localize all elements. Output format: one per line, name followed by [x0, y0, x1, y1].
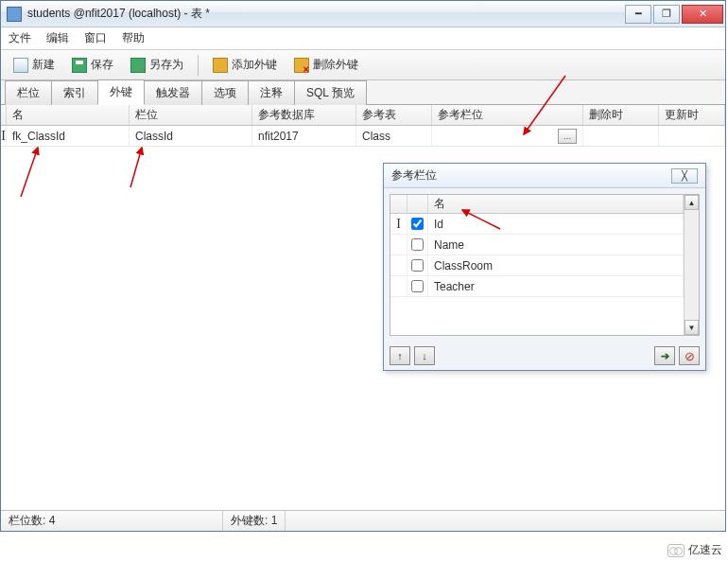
popup-body: 名 IIdNameClassRoomTeacher ▲ ▼: [384, 188, 705, 342]
save-icon: [72, 58, 87, 73]
menubar: 文件 编辑 窗口 帮助: [1, 27, 725, 50]
menu-edit[interactable]: 编辑: [46, 30, 69, 46]
col-refdb[interactable]: 参考数据库: [252, 105, 356, 125]
popup-title: 参考栏位: [391, 167, 671, 184]
popup-row-checkbox[interactable]: [407, 255, 428, 275]
menu-help[interactable]: 帮助: [122, 30, 145, 46]
popup-row[interactable]: Teacher: [390, 276, 684, 297]
popup-list-main: 名 IIdNameClassRoomTeacher: [390, 195, 684, 335]
window-buttons: ━ ❐ ✕: [625, 5, 723, 24]
checkbox[interactable]: [411, 280, 424, 292]
ok-button[interactable]: ➔: [654, 346, 675, 365]
checkbox[interactable]: [411, 218, 424, 230]
save-button[interactable]: 保存: [65, 53, 120, 77]
delete-fk-button[interactable]: 删除外键: [287, 53, 365, 77]
popup-row-label: Name: [428, 235, 684, 255]
add-fk-icon: [213, 58, 228, 73]
popup-header-cursor: [390, 195, 407, 213]
popup-row-cursor: [390, 255, 407, 275]
popup-row-label: ClassRoom: [428, 255, 684, 275]
tab-indexes[interactable]: 索引: [51, 80, 98, 105]
tab-sql-preview[interactable]: SQL 预览: [294, 80, 367, 105]
minimize-button[interactable]: ━: [625, 5, 651, 24]
add-fk-button[interactable]: 添加外键: [206, 53, 284, 77]
popup-row-checkbox[interactable]: [407, 276, 428, 296]
popup-row[interactable]: ClassRoom: [390, 255, 684, 276]
cell-name[interactable]: fk_ClassId: [7, 126, 130, 146]
cell-column[interactable]: ClassId: [130, 126, 252, 146]
scroll-up-icon[interactable]: ▲: [685, 195, 699, 210]
popup-footer: ↑ ↓ ➔ ⊘: [384, 342, 705, 370]
popup-header-check: [407, 195, 428, 213]
scroll-down-icon[interactable]: ▼: [685, 320, 699, 335]
cancel-button[interactable]: ⊘: [679, 346, 700, 365]
popup-row-checkbox[interactable]: [407, 214, 428, 234]
saveas-button[interactable]: 另存为: [124, 53, 190, 77]
popup-row[interactable]: IId: [390, 214, 684, 235]
cell-reftbl[interactable]: Class: [356, 126, 432, 146]
statusbar: 栏位数: 4 外键数: 1: [1, 510, 725, 531]
toolbar-separator: [198, 55, 199, 76]
popup-row-label: Id: [428, 214, 684, 234]
move-up-button[interactable]: ↑: [390, 346, 410, 365]
cell-ondelete[interactable]: [583, 126, 659, 146]
menu-file[interactable]: 文件: [9, 30, 31, 46]
tab-fields[interactable]: 栏位: [5, 80, 52, 105]
watermark: 亿速云: [667, 542, 722, 558]
maximize-button[interactable]: ❐: [653, 5, 680, 24]
tab-foreign-keys[interactable]: 外键: [97, 79, 145, 105]
move-down-button[interactable]: ↓: [414, 346, 435, 365]
popup-row-cursor: [390, 235, 407, 255]
new-icon: [13, 58, 28, 73]
checkbox[interactable]: [411, 259, 424, 272]
tabstrip: 栏位 索引 外键 触发器 选项 注释 SQL 预览: [1, 80, 725, 105]
col-name[interactable]: 名: [7, 105, 130, 125]
cell-refcol[interactable]: …: [432, 126, 583, 146]
tab-comments[interactable]: 注释: [248, 80, 295, 105]
titlebar: students @nfit2017 (localhost) - 表 * ━ ❐…: [1, 1, 725, 27]
popup-row-checkbox[interactable]: [407, 235, 428, 255]
watermark-icon: [667, 544, 685, 557]
status-field-count: 栏位数: 4: [1, 511, 223, 531]
col-reftbl[interactable]: 参考表: [356, 105, 432, 125]
delete-fk-icon: [294, 58, 309, 73]
col-onupdate[interactable]: 更新时: [659, 105, 725, 125]
popup-row[interactable]: Name: [390, 235, 684, 255]
col-column[interactable]: 栏位: [130, 105, 252, 125]
refcol-picker-button[interactable]: …: [558, 129, 577, 144]
status-fk-count: 外键数: 1: [223, 511, 286, 531]
grid-row[interactable]: I fk_ClassId ClassId nfit2017 Class …: [1, 126, 725, 147]
window-title: students @nfit2017 (localhost) - 表 *: [27, 6, 625, 22]
popup-titlebar: 参考栏位 ╳: [384, 164, 705, 188]
col-ondelete[interactable]: 删除时: [583, 105, 659, 125]
tab-options[interactable]: 选项: [201, 80, 249, 105]
tab-triggers[interactable]: 触发器: [144, 80, 202, 105]
popup-row-cursor: I: [390, 214, 407, 234]
popup-row-cursor: [390, 276, 407, 296]
grid-header: 名 栏位 参考数据库 参考表 参考栏位 删除时 更新时: [1, 105, 725, 126]
popup-list-header: 名: [390, 195, 684, 214]
cell-refdb[interactable]: nfit2017: [252, 126, 356, 146]
app-icon: [7, 7, 22, 22]
popup-row-label: Teacher: [428, 276, 684, 296]
cell-onupdate[interactable]: [659, 126, 725, 146]
ref-column-popup: 参考栏位 ╳ 名 IIdNameClassRoomTeacher ▲ ▼ ↑ ↓…: [383, 163, 706, 371]
toolbar: 新建 保存 另存为 添加外键 删除外键: [1, 50, 725, 80]
saveas-icon: [130, 58, 146, 73]
new-button[interactable]: 新建: [7, 53, 61, 77]
col-refcol[interactable]: 参考栏位: [432, 105, 583, 125]
popup-header-name[interactable]: 名: [428, 195, 684, 213]
popup-scrollbar[interactable]: ▲ ▼: [684, 195, 699, 335]
checkbox[interactable]: [411, 238, 424, 251]
popup-close-button[interactable]: ╳: [671, 168, 698, 184]
popup-list: 名 IIdNameClassRoomTeacher ▲ ▼: [390, 194, 700, 336]
menu-window[interactable]: 窗口: [84, 30, 107, 46]
close-button[interactable]: ✕: [682, 5, 723, 24]
